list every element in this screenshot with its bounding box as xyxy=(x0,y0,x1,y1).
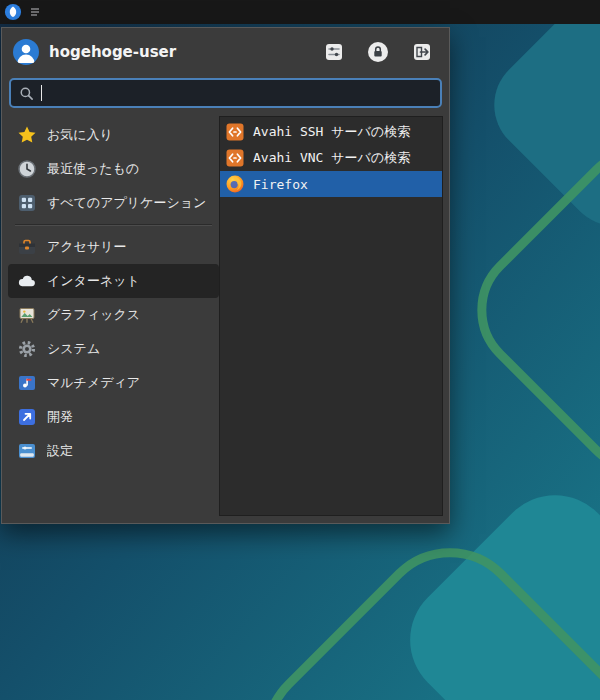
header-actions xyxy=(323,41,433,63)
settings-icon xyxy=(17,441,37,461)
accessories-icon xyxy=(17,237,37,257)
logout-icon xyxy=(411,41,433,63)
firefox-icon xyxy=(225,174,245,194)
category-internet[interactable]: インターネット xyxy=(8,264,219,298)
category-multimedia[interactable]: マルチメディア xyxy=(8,366,219,400)
all-apps-icon xyxy=(17,193,37,213)
menu-body: お気に入り 最近使ったもの xyxy=(2,116,449,523)
category-label: 開発 xyxy=(47,408,73,426)
avahi-icon xyxy=(225,122,245,142)
list-icon[interactable] xyxy=(29,6,41,18)
text-caret xyxy=(41,85,42,101)
app-label: Avahi VNC サーバの検索 xyxy=(253,149,410,167)
category-graphics[interactable]: グラフィックス xyxy=(8,298,219,332)
category-label: システム xyxy=(47,340,100,358)
category-recently-used[interactable]: 最近使ったもの xyxy=(8,152,219,186)
app-label: Avahi SSH サーバの検索 xyxy=(253,123,410,141)
search-icon xyxy=(19,86,34,101)
category-list: お気に入り 最近使ったもの xyxy=(8,116,219,516)
internet-cloud-icon xyxy=(17,271,37,291)
multimedia-icon xyxy=(17,373,37,393)
category-label: お気に入り xyxy=(47,126,113,144)
app-label: Firefox xyxy=(253,177,308,192)
category-settings[interactable]: 設定 xyxy=(8,434,219,468)
user-avatar-icon xyxy=(12,38,40,66)
system-gear-icon xyxy=(17,339,37,359)
top-panel xyxy=(0,0,600,24)
clock-icon xyxy=(17,159,37,179)
settings-manager-button[interactable] xyxy=(323,41,345,63)
xubuntu-logo-icon xyxy=(4,3,22,21)
app-item-avahi-vnc[interactable]: Avahi VNC サーバの検索 xyxy=(220,145,442,171)
lock-icon xyxy=(367,41,389,63)
avahi-icon xyxy=(225,148,245,168)
search-bar[interactable] xyxy=(9,78,442,108)
star-icon xyxy=(17,125,37,145)
search-input[interactable] xyxy=(44,86,432,101)
applications-menu-button[interactable] xyxy=(4,3,22,21)
logout-button[interactable] xyxy=(411,41,433,63)
category-all-applications[interactable]: すべてのアプリケーション xyxy=(8,186,219,220)
application-list: Avahi SSH サーバの検索 Avahi VNC サーバの検索 xyxy=(219,116,443,516)
category-system[interactable]: システム xyxy=(8,332,219,366)
category-favorites[interactable]: お気に入り xyxy=(8,118,219,152)
settings-manager-icon xyxy=(323,41,345,63)
category-separator xyxy=(15,224,212,226)
category-label: すべてのアプリケーション xyxy=(47,194,206,212)
category-label: マルチメディア xyxy=(47,374,140,392)
category-label: アクセサリー xyxy=(47,238,127,256)
app-item-avahi-ssh[interactable]: Avahi SSH サーバの検索 xyxy=(220,119,442,145)
category-label: 最近使ったもの xyxy=(47,160,139,178)
category-label: グラフィックス xyxy=(47,306,140,324)
category-label: 設定 xyxy=(47,442,73,460)
lock-screen-button[interactable] xyxy=(367,41,389,63)
menu-header: hogehoge-user xyxy=(2,28,449,74)
graphics-icon xyxy=(17,305,37,325)
whisker-menu: hogehoge-user xyxy=(1,27,450,524)
category-accessories[interactable]: アクセサリー xyxy=(8,230,219,264)
category-label: インターネット xyxy=(47,272,140,290)
category-development[interactable]: 開発 xyxy=(8,400,219,434)
app-item-firefox[interactable]: Firefox xyxy=(220,171,442,197)
user-name: hogehoge-user xyxy=(49,43,176,61)
development-icon xyxy=(17,407,37,427)
